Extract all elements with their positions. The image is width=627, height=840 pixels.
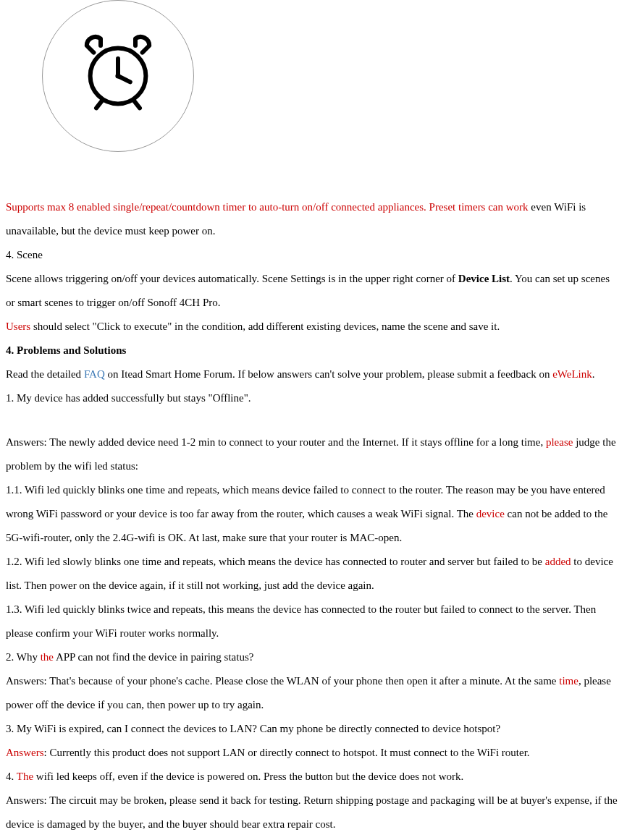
q4-question: 4. The wifi led keeps off, even if the d… [6,765,621,789]
q3-question: 3. My WiFi is expired, can I connect the… [6,717,621,741]
supports-red-text: Supports max 8 enabled single/repeat/cou… [6,201,529,213]
q2-answer: Answers: That's because of your phone's … [6,669,621,717]
svg-point-3 [115,73,120,78]
read-faq-paragraph: Read the detailed FAQ on Itead Smart Hom… [6,362,621,386]
document-content: Supports max 8 enabled single/repeat/cou… [6,195,621,840]
q4-answer: Answers: The circuit may be broken, plea… [6,789,621,836]
users-red: Users [6,321,30,332]
clock-image-container [42,0,621,152]
q1-ans-a: Answers: The newly added device need 1-2… [6,436,546,448]
device-red: device [476,508,505,519]
clock-circle [42,0,194,152]
q2-question: 2. Why the APP can not find the device i… [6,645,621,669]
q1-3: 1.3. Wifi led quickly blinks twice and r… [6,598,621,645]
q1-1: 1.1. Wifi led quickly blinks one time an… [6,478,621,550]
time-red: time [559,675,578,687]
ewelink-red: eWeLink [552,368,592,380]
users-tail: should select "Click to execute" in the … [30,321,500,332]
added-red: added [545,556,571,567]
svg-line-5 [134,101,140,109]
q3-ans-b: : Currently this product does not suppor… [44,747,530,758]
q2-a: 2. Why [6,651,41,663]
q2-ans-a: Answers: That's because of your phone's … [6,675,559,687]
scene-description: Scene allows triggering on/off your devi… [6,267,621,315]
q12-a: 1.2. Wifi led slowly blinks one time and… [6,556,545,567]
scene-heading: 4. Scene [6,243,621,267]
scene-text-a: Scene allows triggering on/off your devi… [6,273,458,284]
q2-b: APP can not find the device in pairing s… [54,651,253,663]
q1-answer-intro: Answers: The newly added device need 1-2… [6,430,621,478]
please-red: please [546,436,573,448]
q1-2: 1.2. Wifi led slowly blinks one time and… [6,550,621,598]
faq-link[interactable]: FAQ [84,368,105,380]
users-paragraph: Users should select "Click to execute" i… [6,315,621,339]
q1-question: 1. My device has added successfully but … [6,386,621,410]
read-a: Read the detailed [6,368,84,380]
problems-heading: 4. Problems and Solutions [6,339,621,362]
q4-the-red: The [17,771,33,782]
q4-b: wifi led keeps off, even if the device i… [33,771,463,782]
device-list-bold: Device List [458,273,510,284]
q3-answer: Answers: Currently this product does not… [6,741,621,765]
alarm-clock-icon [75,28,161,124]
supports-paragraph: Supports max 8 enabled single/repeat/cou… [6,195,621,243]
read-b: on Itead Smart Home Forum. If below answ… [105,368,552,380]
spacer [6,410,621,430]
q4-a: 4. [6,771,17,782]
read-c: . [592,368,595,380]
svg-line-4 [96,101,102,109]
q2-the-red: the [41,651,54,663]
answers-red: Answers [6,747,44,758]
